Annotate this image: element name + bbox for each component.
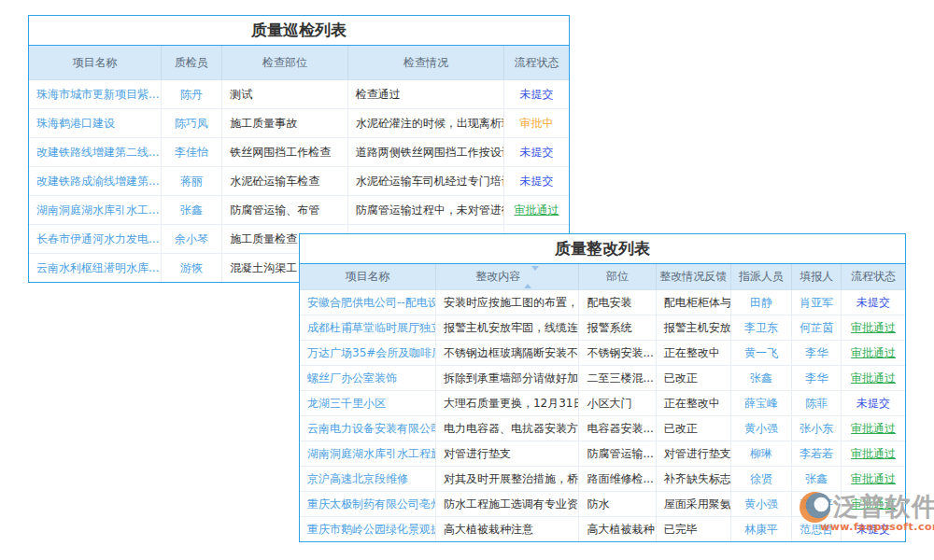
status-badge: 审批中 — [504, 109, 569, 138]
header-row: 项目名称 质检员 检查部位 检查情况 流程状态 — [29, 46, 569, 80]
part-cell: 不锈钢安装... — [579, 341, 656, 366]
assignee-link[interactable]: 黄小强 — [730, 416, 791, 441]
content-cell: 拆除到承重墙部分请做好加固... — [435, 366, 578, 391]
col-header-content-sortable[interactable]: 整改内容 — [435, 264, 578, 290]
project-link[interactable]: 龙湖三千里小区 — [300, 391, 435, 416]
project-link[interactable]: 云南水利枢纽潜明水库... — [29, 254, 161, 283]
sort-icon[interactable] — [524, 271, 539, 284]
col-header-inspector: 质检员 — [161, 46, 221, 80]
brand-url: www.fanpusoft.com — [820, 521, 934, 533]
feedback-cell: 报警主机安放... — [656, 315, 730, 341]
status-badge[interactable]: 审批通过 — [842, 366, 905, 391]
project-link[interactable]: 改建铁路成渝线增建第... — [29, 167, 161, 196]
inspector-link[interactable]: 李佳怡 — [161, 138, 221, 167]
status-badge[interactable]: 审批通过 — [842, 341, 905, 366]
part-cell: 小区大门 — [579, 391, 656, 416]
table-row: 湖南洞庭湖水库引水工... 张鑫 防腐管运输、布管 防腐管运输过程中，未对管进行… — [29, 196, 569, 225]
col-header-status: 流程状态 — [504, 46, 569, 80]
filler-link[interactable]: 陈菲 — [792, 391, 842, 416]
project-link[interactable]: 云南电力设备安装有限公司20... — [300, 416, 435, 441]
assignee-link[interactable]: 黄一飞 — [730, 341, 791, 366]
content-cell: 防水工程施工选调有专业资质... — [435, 492, 578, 517]
inspector-link[interactable]: 陈巧凤 — [161, 109, 221, 138]
filler-link[interactable]: 李华 — [792, 341, 842, 366]
inspector-link[interactable]: 游恢 — [161, 254, 221, 283]
feedback-cell: 已改正 — [656, 366, 730, 391]
content-cell: 安装时应按施工图的布置，将... — [435, 290, 578, 315]
project-link[interactable]: 重庆太极制药有限公司亳州中... — [300, 492, 435, 517]
status-badge: 未提交 — [504, 167, 569, 196]
part-cell: 防水 — [579, 492, 656, 517]
inspector-link[interactable]: 张鑫 — [161, 196, 221, 225]
filler-link[interactable]: 张小东 — [792, 416, 842, 441]
project-link[interactable]: 长春市伊通河水力发电... — [29, 225, 161, 254]
part-cell: 防腐管运输... — [579, 441, 656, 467]
filler-link[interactable]: 何芷茵 — [792, 315, 842, 341]
project-link[interactable]: 湖南洞庭湖水库引水工... — [29, 196, 161, 225]
project-link[interactable]: 成都杜甫草堂临时展厅独立展... — [300, 315, 435, 341]
project-link[interactable]: 改建铁路线增建第二线... — [29, 138, 161, 167]
status-badge[interactable]: 审批通过 — [842, 441, 905, 467]
project-link[interactable]: 螺丝厂办公室装饰 — [300, 366, 435, 391]
table-row: 成都杜甫草堂临时展厅独立展... 报警主机安放牢固，线缆连接... 报警系统 报… — [300, 315, 905, 341]
content-cell: 对其及时开展整治措施，桥头... — [435, 467, 578, 492]
part-cell: 二至三楼混... — [579, 366, 656, 391]
project-link[interactable]: 珠海市城市更新项目紫... — [29, 80, 161, 109]
table-row: 湖南洞庭湖水库引水工程施工标 对管进行垫支 防腐管运输... 对管进行垫支 柳琳… — [300, 441, 905, 467]
table-row: 龙湖三千里小区 大理石质量更换，12月31日之... 小区大门 正在整改中 薛宝… — [300, 391, 905, 416]
col-header-feedback: 整改情况反馈 — [656, 264, 730, 290]
table-row: 螺丝厂办公室装饰 拆除到承重墙部分请做好加固... 二至三楼混... 已改正 张… — [300, 366, 905, 391]
feedback-cell: 正在整改中 — [656, 341, 730, 366]
table-row: 云南电力设备安装有限公司20... 电力电容器、电抗器安装方案,... 电容器安… — [300, 416, 905, 441]
content-cell: 电力电容器、电抗器安装方案,... — [435, 416, 578, 441]
status-badge[interactable]: 审批通过 — [842, 416, 905, 441]
inspector-link[interactable]: 余小琴 — [161, 225, 221, 254]
content-cell: 不锈钢边框玻璃隔断安装不牢... — [435, 341, 578, 366]
col-header-part: 部位 — [579, 264, 656, 290]
table-row: 改建铁路线增建第二线... 李佳怡 铁丝网围挡工作检查 道路两侧铁丝网围挡工作按… — [29, 138, 569, 167]
part-cell: 施工质量事故 — [222, 109, 347, 138]
status-badge[interactable]: 审批通过 — [504, 196, 569, 225]
status-badge: 未提交 — [842, 290, 905, 315]
filler-link[interactable]: 张鑫 — [792, 467, 842, 492]
content-cell: 大理石质量更换，12月31日之... — [435, 391, 578, 416]
feedback-cell: 配电柜柜体与... — [656, 290, 730, 315]
part-cell: 水泥砼运输车检查 — [222, 167, 347, 196]
filler-link[interactable]: 李若若 — [792, 441, 842, 467]
project-link[interactable]: 珠海鹤港口建设 — [29, 109, 161, 138]
assignee-link[interactable]: 黄小强 — [730, 492, 791, 517]
assignee-link[interactable]: 林康平 — [730, 517, 791, 542]
assignee-link[interactable]: 张鑫 — [730, 366, 791, 391]
col-header-filler: 填报人 — [792, 264, 842, 290]
feedback-cell: 屋面采用聚氨... — [656, 492, 730, 517]
filler-link[interactable]: 李华 — [792, 366, 842, 391]
inspector-link[interactable]: 陈丹 — [161, 80, 221, 109]
assignee-link[interactable]: 柳琳 — [730, 441, 791, 467]
situation-cell: 水泥砼灌注的时候，出现离析现象 — [347, 109, 504, 138]
project-link[interactable]: 重庆市鹅岭公园绿化景观提升... — [300, 517, 435, 542]
feedback-cell: 对管进行垫支 — [656, 441, 730, 467]
inspector-link[interactable]: 蒋丽 — [161, 167, 221, 196]
fanpu-logo-icon — [800, 492, 830, 523]
project-link[interactable]: 湖南洞庭湖水库引水工程施工标 — [300, 441, 435, 467]
project-link[interactable]: 京沪高速北京段维修 — [300, 467, 435, 492]
status-badge: 未提交 — [504, 138, 569, 167]
situation-cell: 道路两侧铁丝网围挡工作按设计... — [347, 138, 504, 167]
col-header-status: 流程状态 — [842, 264, 905, 290]
assignee-link[interactable]: 李卫东 — [730, 315, 791, 341]
filler-link[interactable]: 肖亚军 — [792, 290, 842, 315]
col-header-project: 项目名称 — [29, 46, 161, 80]
status-badge[interactable]: 审批通过 — [842, 315, 905, 341]
col-header-situation: 检查情况 — [347, 46, 504, 80]
project-link[interactable]: 安徽合肥供电公司--配电设备... — [300, 290, 435, 315]
fanpu-watermark: 泛普软件 www.fanpusoft.com — [800, 490, 934, 533]
assignee-link[interactable]: 田静 — [730, 290, 791, 315]
part-cell: 电容器安装... — [579, 416, 656, 441]
assignee-link[interactable]: 徐贤 — [730, 467, 791, 492]
assignee-link[interactable]: 薛宝峰 — [730, 391, 791, 416]
table-row: 珠海市城市更新项目紫... 陈丹 测试 检查通过 未提交 — [29, 80, 569, 109]
project-link[interactable]: 万达广场35#会所及咖啡厅空... — [300, 341, 435, 366]
part-cell: 测试 — [222, 80, 347, 109]
content-cell: 高大植被栽种注意 — [435, 517, 578, 542]
status-badge[interactable]: 审批通过 — [842, 467, 905, 492]
